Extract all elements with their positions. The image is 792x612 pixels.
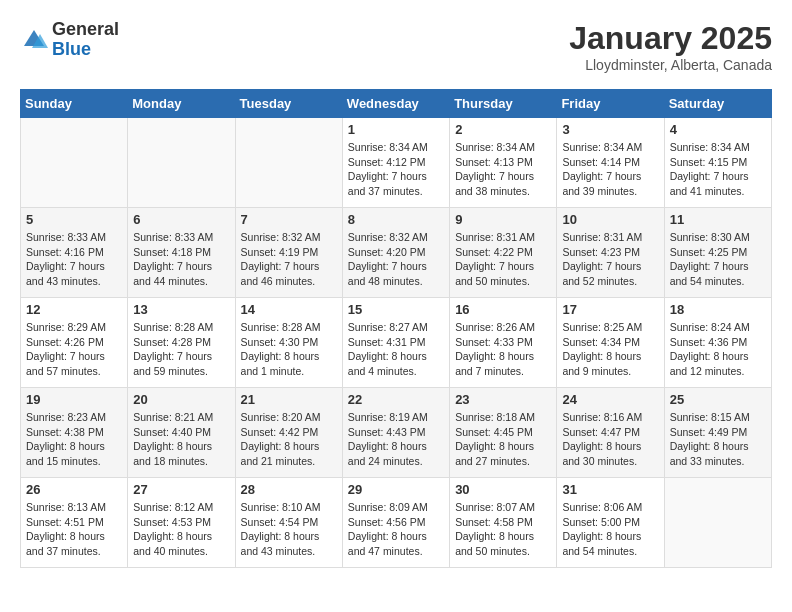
day-number: 2 — [455, 122, 551, 137]
calendar-cell: 16Sunrise: 8:26 AM Sunset: 4:33 PM Dayli… — [450, 298, 557, 388]
header: General Blue January 2025 Lloydminster, … — [20, 20, 772, 73]
day-number: 8 — [348, 212, 444, 227]
calendar-header: SundayMondayTuesdayWednesdayThursdayFrid… — [21, 90, 772, 118]
calendar-cell: 31Sunrise: 8:06 AM Sunset: 5:00 PM Dayli… — [557, 478, 664, 568]
calendar-cell: 30Sunrise: 8:07 AM Sunset: 4:58 PM Dayli… — [450, 478, 557, 568]
day-info: Sunrise: 8:15 AM Sunset: 4:49 PM Dayligh… — [670, 410, 766, 469]
week-row-1: 1Sunrise: 8:34 AM Sunset: 4:12 PM Daylig… — [21, 118, 772, 208]
day-info: Sunrise: 8:28 AM Sunset: 4:30 PM Dayligh… — [241, 320, 337, 379]
weekday-row: SundayMondayTuesdayWednesdayThursdayFrid… — [21, 90, 772, 118]
day-number: 19 — [26, 392, 122, 407]
calendar-cell — [664, 478, 771, 568]
logo: General Blue — [20, 20, 119, 60]
day-number: 22 — [348, 392, 444, 407]
calendar-cell: 1Sunrise: 8:34 AM Sunset: 4:12 PM Daylig… — [342, 118, 449, 208]
calendar-cell: 3Sunrise: 8:34 AM Sunset: 4:14 PM Daylig… — [557, 118, 664, 208]
day-number: 26 — [26, 482, 122, 497]
day-number: 17 — [562, 302, 658, 317]
week-row-4: 19Sunrise: 8:23 AM Sunset: 4:38 PM Dayli… — [21, 388, 772, 478]
day-number: 25 — [670, 392, 766, 407]
calendar-cell: 19Sunrise: 8:23 AM Sunset: 4:38 PM Dayli… — [21, 388, 128, 478]
calendar-cell: 27Sunrise: 8:12 AM Sunset: 4:53 PM Dayli… — [128, 478, 235, 568]
calendar-body: 1Sunrise: 8:34 AM Sunset: 4:12 PM Daylig… — [21, 118, 772, 568]
calendar-cell: 15Sunrise: 8:27 AM Sunset: 4:31 PM Dayli… — [342, 298, 449, 388]
day-info: Sunrise: 8:32 AM Sunset: 4:19 PM Dayligh… — [241, 230, 337, 289]
calendar-cell: 7Sunrise: 8:32 AM Sunset: 4:19 PM Daylig… — [235, 208, 342, 298]
day-number: 29 — [348, 482, 444, 497]
day-info: Sunrise: 8:29 AM Sunset: 4:26 PM Dayligh… — [26, 320, 122, 379]
day-info: Sunrise: 8:31 AM Sunset: 4:22 PM Dayligh… — [455, 230, 551, 289]
day-info: Sunrise: 8:18 AM Sunset: 4:45 PM Dayligh… — [455, 410, 551, 469]
weekday-header-thursday: Thursday — [450, 90, 557, 118]
day-info: Sunrise: 8:13 AM Sunset: 4:51 PM Dayligh… — [26, 500, 122, 559]
calendar-cell: 26Sunrise: 8:13 AM Sunset: 4:51 PM Dayli… — [21, 478, 128, 568]
week-row-3: 12Sunrise: 8:29 AM Sunset: 4:26 PM Dayli… — [21, 298, 772, 388]
day-number: 5 — [26, 212, 122, 227]
day-info: Sunrise: 8:09 AM Sunset: 4:56 PM Dayligh… — [348, 500, 444, 559]
day-number: 12 — [26, 302, 122, 317]
calendar-cell: 22Sunrise: 8:19 AM Sunset: 4:43 PM Dayli… — [342, 388, 449, 478]
calendar-cell: 23Sunrise: 8:18 AM Sunset: 4:45 PM Dayli… — [450, 388, 557, 478]
calendar-cell — [128, 118, 235, 208]
day-info: Sunrise: 8:33 AM Sunset: 4:16 PM Dayligh… — [26, 230, 122, 289]
calendar-cell: 20Sunrise: 8:21 AM Sunset: 4:40 PM Dayli… — [128, 388, 235, 478]
day-number: 14 — [241, 302, 337, 317]
calendar-table: SundayMondayTuesdayWednesdayThursdayFrid… — [20, 89, 772, 568]
logo-blue: Blue — [52, 39, 91, 59]
calendar-cell: 5Sunrise: 8:33 AM Sunset: 4:16 PM Daylig… — [21, 208, 128, 298]
day-info: Sunrise: 8:32 AM Sunset: 4:20 PM Dayligh… — [348, 230, 444, 289]
day-info: Sunrise: 8:34 AM Sunset: 4:15 PM Dayligh… — [670, 140, 766, 199]
calendar-cell: 12Sunrise: 8:29 AM Sunset: 4:26 PM Dayli… — [21, 298, 128, 388]
day-info: Sunrise: 8:31 AM Sunset: 4:23 PM Dayligh… — [562, 230, 658, 289]
day-number: 30 — [455, 482, 551, 497]
title-area: January 2025 Lloydminster, Alberta, Cana… — [569, 20, 772, 73]
weekday-header-monday: Monday — [128, 90, 235, 118]
calendar-cell: 13Sunrise: 8:28 AM Sunset: 4:28 PM Dayli… — [128, 298, 235, 388]
day-info: Sunrise: 8:06 AM Sunset: 5:00 PM Dayligh… — [562, 500, 658, 559]
calendar-cell: 11Sunrise: 8:30 AM Sunset: 4:25 PM Dayli… — [664, 208, 771, 298]
day-number: 23 — [455, 392, 551, 407]
day-number: 3 — [562, 122, 658, 137]
day-info: Sunrise: 8:34 AM Sunset: 4:14 PM Dayligh… — [562, 140, 658, 199]
day-number: 7 — [241, 212, 337, 227]
day-number: 15 — [348, 302, 444, 317]
day-number: 9 — [455, 212, 551, 227]
day-info: Sunrise: 8:34 AM Sunset: 4:13 PM Dayligh… — [455, 140, 551, 199]
calendar-cell: 9Sunrise: 8:31 AM Sunset: 4:22 PM Daylig… — [450, 208, 557, 298]
calendar-cell: 17Sunrise: 8:25 AM Sunset: 4:34 PM Dayli… — [557, 298, 664, 388]
day-info: Sunrise: 8:16 AM Sunset: 4:47 PM Dayligh… — [562, 410, 658, 469]
location-title: Lloydminster, Alberta, Canada — [569, 57, 772, 73]
day-number: 6 — [133, 212, 229, 227]
day-info: Sunrise: 8:28 AM Sunset: 4:28 PM Dayligh… — [133, 320, 229, 379]
day-info: Sunrise: 8:21 AM Sunset: 4:40 PM Dayligh… — [133, 410, 229, 469]
day-number: 10 — [562, 212, 658, 227]
day-number: 31 — [562, 482, 658, 497]
day-info: Sunrise: 8:12 AM Sunset: 4:53 PM Dayligh… — [133, 500, 229, 559]
weekday-header-tuesday: Tuesday — [235, 90, 342, 118]
day-info: Sunrise: 8:26 AM Sunset: 4:33 PM Dayligh… — [455, 320, 551, 379]
calendar-cell: 29Sunrise: 8:09 AM Sunset: 4:56 PM Dayli… — [342, 478, 449, 568]
day-number: 16 — [455, 302, 551, 317]
calendar-cell: 6Sunrise: 8:33 AM Sunset: 4:18 PM Daylig… — [128, 208, 235, 298]
calendar-cell: 21Sunrise: 8:20 AM Sunset: 4:42 PM Dayli… — [235, 388, 342, 478]
calendar-cell: 25Sunrise: 8:15 AM Sunset: 4:49 PM Dayli… — [664, 388, 771, 478]
calendar-cell: 14Sunrise: 8:28 AM Sunset: 4:30 PM Dayli… — [235, 298, 342, 388]
day-number: 18 — [670, 302, 766, 317]
day-info: Sunrise: 8:33 AM Sunset: 4:18 PM Dayligh… — [133, 230, 229, 289]
day-number: 11 — [670, 212, 766, 227]
calendar-cell: 28Sunrise: 8:10 AM Sunset: 4:54 PM Dayli… — [235, 478, 342, 568]
day-info: Sunrise: 8:10 AM Sunset: 4:54 PM Dayligh… — [241, 500, 337, 559]
day-info: Sunrise: 8:34 AM Sunset: 4:12 PM Dayligh… — [348, 140, 444, 199]
weekday-header-friday: Friday — [557, 90, 664, 118]
day-number: 1 — [348, 122, 444, 137]
day-info: Sunrise: 8:23 AM Sunset: 4:38 PM Dayligh… — [26, 410, 122, 469]
calendar-cell: 8Sunrise: 8:32 AM Sunset: 4:20 PM Daylig… — [342, 208, 449, 298]
weekday-header-sunday: Sunday — [21, 90, 128, 118]
day-info: Sunrise: 8:24 AM Sunset: 4:36 PM Dayligh… — [670, 320, 766, 379]
day-info: Sunrise: 8:27 AM Sunset: 4:31 PM Dayligh… — [348, 320, 444, 379]
day-info: Sunrise: 8:30 AM Sunset: 4:25 PM Dayligh… — [670, 230, 766, 289]
day-number: 20 — [133, 392, 229, 407]
day-number: 28 — [241, 482, 337, 497]
day-number: 24 — [562, 392, 658, 407]
day-number: 4 — [670, 122, 766, 137]
